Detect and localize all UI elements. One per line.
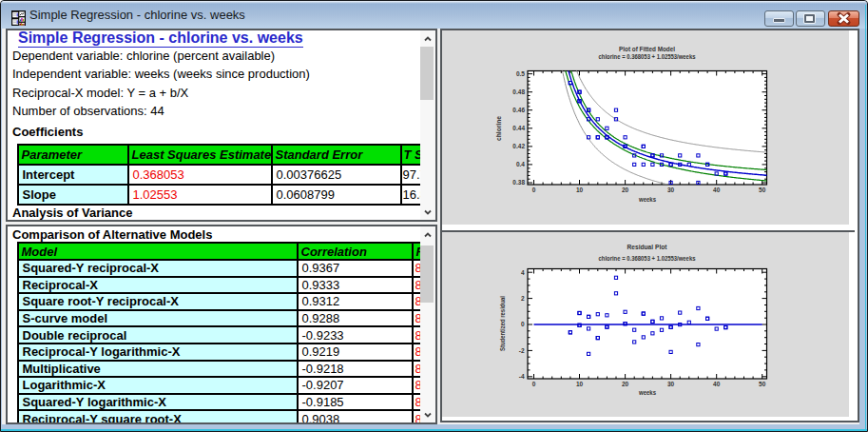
svg-text:chlorine: chlorine [495, 116, 502, 141]
svg-text:0: 0 [521, 321, 525, 327]
svg-text:Plot of Fitted Model: Plot of Fitted Model [619, 46, 675, 52]
svg-text:10: 10 [576, 187, 584, 193]
svg-text:0.38: 0.38 [512, 179, 525, 186]
svg-text:0: 0 [532, 381, 536, 387]
svg-text:0.4: 0.4 [516, 161, 525, 167]
svg-text:30: 30 [667, 187, 675, 193]
svg-text:0.42: 0.42 [512, 143, 525, 149]
svg-text:0.48: 0.48 [512, 88, 525, 95]
svg-text:Residual Plot: Residual Plot [627, 244, 668, 250]
svg-text:chlorine = 0.368053 + 1.02553/: chlorine = 0.368053 + 1.02553/weeks [599, 53, 696, 60]
svg-text:50: 50 [759, 381, 766, 387]
svg-text:50: 50 [759, 187, 766, 193]
svg-text:0.44: 0.44 [512, 125, 525, 131]
svg-text:4: 4 [521, 269, 525, 276]
svg-text:40: 40 [713, 187, 721, 193]
svg-text:30: 30 [667, 381, 675, 387]
svg-text:chlorine = 0.368053 + 1.02553/: chlorine = 0.368053 + 1.02553/weeks [599, 255, 696, 262]
svg-text:20: 20 [622, 187, 629, 193]
svg-text:0.5: 0.5 [516, 70, 525, 77]
svg-text:weeks: weeks [638, 196, 656, 203]
svg-text:2: 2 [521, 295, 525, 302]
svg-text:10: 10 [576, 381, 584, 387]
svg-text:0.46: 0.46 [512, 107, 525, 113]
svg-text:Studentized residual: Studentized residual [499, 296, 506, 351]
svg-text:weeks: weeks [638, 389, 656, 396]
svg-text:0: 0 [532, 187, 536, 193]
svg-text:-2: -2 [519, 347, 525, 354]
svg-text:-4: -4 [519, 373, 525, 380]
svg-text:40: 40 [713, 381, 721, 387]
svg-text:20: 20 [622, 381, 629, 387]
